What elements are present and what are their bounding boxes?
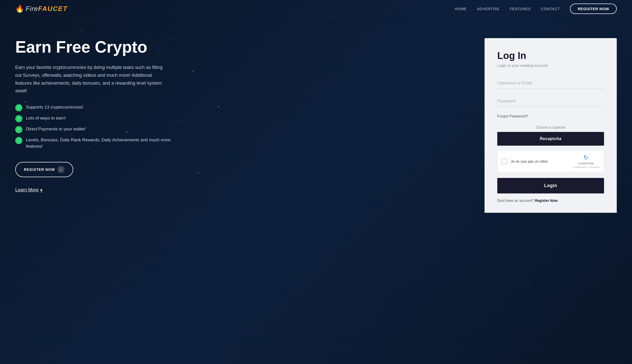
list-item: ✓ Supports 13 cryptocurrencies! [15, 104, 178, 111]
main-nav: HOME ADVERTISE FEATURES CONTACT REGISTER… [455, 4, 617, 14]
register-hero-label: REGISTER NOW [24, 168, 55, 172]
recaptcha-brand: reCAPTCHA [578, 162, 594, 165]
logo-text: FireFAUCET [26, 5, 68, 13]
logo-faucet-text: FAUCET [38, 5, 68, 12]
learn-more-label: Learn More [15, 187, 39, 193]
captcha-text: Je ne suis pas un robot [511, 159, 548, 163]
captcha-right: ↻ reCAPTCHA Confidentialité - Conditions [572, 154, 600, 169]
learn-more-link[interactable]: Learn More ▾ [15, 187, 42, 193]
login-panel: Log In Login to your existing account Fo… [485, 38, 617, 213]
check-icon-4: ✓ [15, 137, 22, 144]
hero-description: Earn your favorite cryptocurrencies by d… [15, 64, 163, 95]
login-subtitle: Login to your existing account [497, 63, 604, 68]
check-icon-2: ✓ [15, 115, 22, 122]
forgot-password-link[interactable]: Forgot Password? [497, 114, 604, 118]
feature-text-4: Levels, Bonuses, Daily Rank Rewards, Dai… [26, 137, 178, 150]
nav-home[interactable]: HOME [455, 7, 467, 11]
nav-contact[interactable]: CONTACT [541, 7, 560, 11]
logo[interactable]: 🔥 FireFAUCET [15, 5, 68, 13]
captcha-left: Je ne suis pas un robot [502, 159, 548, 164]
list-item: ✓ Direct Payments to your wallet! [15, 126, 178, 133]
login-button[interactable]: Login [497, 178, 604, 193]
feature-text-2: Lots of ways to earn! [26, 115, 66, 122]
register-hero-button[interactable]: REGISTER NOW › [15, 162, 73, 177]
register-link-text: Dont have an account? Register Now [497, 199, 604, 203]
username-email-input[interactable] [497, 78, 604, 89]
main-content: Earn Free Crypto Earn your favorite cryp… [0, 18, 632, 228]
no-account-text: Dont have an account? [497, 199, 534, 203]
chevron-down-icon: ▾ [40, 187, 42, 193]
feature-text-1: Supports 13 cryptocurrencies! [26, 104, 83, 111]
captcha-checkbox[interactable] [502, 159, 507, 164]
nav-advertise[interactable]: ADVERTISE [477, 7, 499, 11]
logo-flame-icon: 🔥 [15, 5, 24, 13]
recaptcha-sub: Confidentialité - Conditions [572, 166, 600, 169]
login-title: Log In [497, 50, 604, 61]
check-icon-1: ✓ [15, 104, 22, 111]
header: 🔥 FireFAUCET HOME ADVERTISE FEATURES CON… [0, 0, 632, 18]
recaptcha-logo-icon: ↻ [583, 154, 589, 161]
features-list: ✓ Supports 13 cryptocurrencies! ✓ Lots o… [15, 104, 178, 150]
logo-fire-text: Fire [26, 5, 38, 12]
register-nav-button[interactable]: REGISTER NOW [570, 4, 617, 14]
hero-title: Earn Free Crypto [15, 38, 178, 56]
register-now-link[interactable]: Register Now [535, 199, 558, 203]
captcha-widget: Je ne suis pas un robot ↻ reCAPTCHA Conf… [497, 150, 604, 172]
captcha-label: Choose a Captcha [497, 125, 604, 129]
list-item: ✓ Lots of ways to earn! [15, 115, 178, 122]
feature-text-3: Direct Payments to your wallet! [26, 126, 85, 132]
recaptcha-button[interactable]: Recaptcha [497, 132, 604, 146]
password-input[interactable] [497, 96, 604, 107]
hero-section: Earn Free Crypto Earn your favorite cryp… [15, 38, 188, 193]
list-item: ✓ Levels, Bonuses, Daily Rank Rewards, D… [15, 137, 178, 150]
arrow-right-icon: › [57, 166, 65, 173]
check-icon-3: ✓ [15, 126, 22, 133]
nav-features[interactable]: FEATURES [510, 7, 531, 11]
